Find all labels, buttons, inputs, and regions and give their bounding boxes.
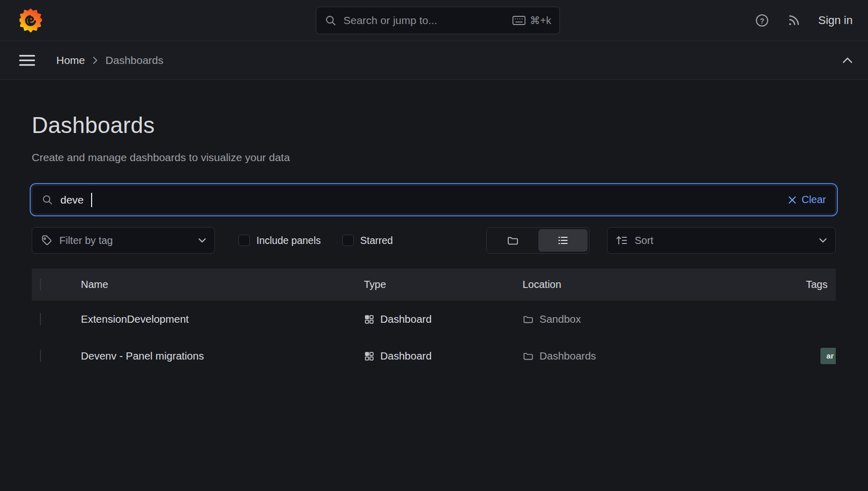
header-name[interactable]: Name xyxy=(81,279,364,291)
search-icon xyxy=(324,14,337,27)
table-header-row: Name Type Location Tags xyxy=(32,269,836,301)
breadcrumb-home[interactable]: Home xyxy=(56,54,85,66)
svg-text:?: ? xyxy=(760,16,764,25)
layout-toggle xyxy=(486,227,590,254)
location-label: Sandbox xyxy=(539,313,581,325)
list-icon xyxy=(557,234,569,247)
dashboard-search-input[interactable]: deve Clear xyxy=(32,185,836,214)
table-row[interactable]: ExtensionDevelopment Dashboard xyxy=(32,301,836,338)
row-checkbox[interactable] xyxy=(40,349,41,362)
dashboard-grid-icon xyxy=(364,351,375,362)
starred-checkbox-group[interactable]: Starred xyxy=(342,235,393,247)
search-icon xyxy=(41,194,53,206)
breadcrumb-bar: Home Dashboards xyxy=(0,41,868,80)
clear-search-button[interactable]: Clear xyxy=(788,194,826,206)
location-label: Dashboards xyxy=(539,350,596,362)
sort-select[interactable]: Sort xyxy=(607,227,836,254)
header-location[interactable]: Location xyxy=(523,279,806,291)
header-type[interactable]: Type xyxy=(364,279,523,291)
row-checkbox[interactable] xyxy=(40,313,41,325)
filter-by-tag-select[interactable]: Filter by tag xyxy=(32,227,215,254)
breadcrumb-current: Dashboards xyxy=(105,54,163,66)
dashboard-grid-icon xyxy=(364,314,375,325)
grafana-logo[interactable] xyxy=(19,8,42,33)
type-label: Dashboard xyxy=(380,313,431,325)
global-search-placeholder: Search or jump to... xyxy=(343,14,506,27)
tag-badge[interactable]: ar xyxy=(820,348,836,364)
help-icon[interactable]: ? xyxy=(755,13,769,28)
chevron-down-icon xyxy=(198,238,206,243)
folder-icon xyxy=(523,350,534,362)
list-view-button[interactable] xyxy=(538,229,588,252)
select-all-checkbox[interactable] xyxy=(40,278,41,291)
tags-cell: ar xyxy=(820,348,836,364)
search-shortcut: ⌘+k xyxy=(512,14,551,27)
filter-row: Filter by tag Include panels Starred xyxy=(32,227,836,254)
global-search-button[interactable]: Search or jump to... ⌘+k xyxy=(316,7,560,34)
dashboard-name-link[interactable]: Devenv - Panel migrations xyxy=(81,350,364,362)
starred-label: Starred xyxy=(360,235,393,247)
chevron-up-icon[interactable] xyxy=(842,57,853,63)
folder-icon xyxy=(507,234,519,247)
folder-icon xyxy=(523,314,534,325)
chevron-down-icon xyxy=(819,238,827,243)
top-nav-right: ? Sign in xyxy=(755,13,853,28)
keyboard-icon xyxy=(512,15,526,26)
search-input-value: deve xyxy=(60,194,84,206)
include-panels-checkbox-group[interactable]: Include panels xyxy=(238,235,321,247)
page-subtitle: Create and manage dashboards to visualiz… xyxy=(32,151,836,164)
sort-label: Sort xyxy=(635,235,654,247)
menu-icon[interactable] xyxy=(18,54,36,67)
location-link[interactable]: Dashboards xyxy=(523,350,820,362)
text-cursor xyxy=(91,193,92,207)
page-title: Dashboards xyxy=(32,113,836,138)
header-tags[interactable]: Tags xyxy=(806,279,836,291)
clear-label: Clear xyxy=(801,194,826,206)
top-nav: Search or jump to... ⌘+k ? xyxy=(0,0,868,41)
location-link[interactable]: Sandbox xyxy=(523,313,836,325)
main-content: Dashboards Create and manage dashboards … xyxy=(0,80,868,374)
include-panels-checkbox[interactable] xyxy=(238,235,250,246)
tag-filter-label: Filter by tag xyxy=(59,235,113,247)
starred-checkbox[interactable] xyxy=(342,235,354,246)
chevron-right-icon xyxy=(92,56,98,64)
include-panels-label: Include panels xyxy=(256,235,321,247)
sort-icon xyxy=(616,234,628,247)
news-rss-icon[interactable] xyxy=(787,13,801,28)
folder-view-button[interactable] xyxy=(488,229,537,252)
dashboards-table: Name Type Location Tags ExtensionDevelop… xyxy=(32,269,836,374)
table-row[interactable]: Devenv - Panel migrations Dashboard xyxy=(32,338,836,374)
type-label: Dashboard xyxy=(380,350,431,362)
dashboard-name-link[interactable]: ExtensionDevelopment xyxy=(81,313,364,325)
tag-icon xyxy=(40,234,53,247)
breadcrumb: Home Dashboards xyxy=(56,54,163,66)
sign-in-button[interactable]: Sign in xyxy=(818,14,853,27)
close-icon xyxy=(788,196,796,204)
shortcut-label: ⌘+k xyxy=(530,14,551,27)
